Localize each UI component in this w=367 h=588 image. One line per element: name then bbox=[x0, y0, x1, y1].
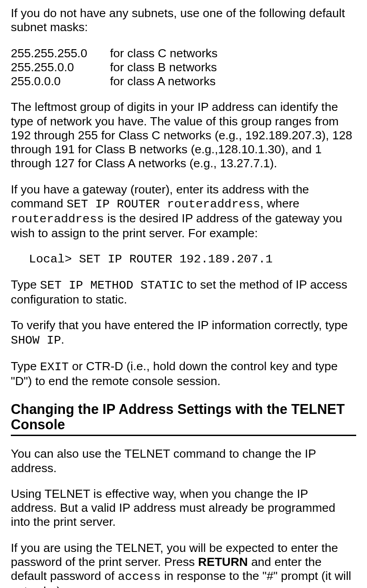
text: Type bbox=[11, 278, 40, 291]
subnet-table: 255.255.255.0 for class C networks 255.2… bbox=[11, 46, 218, 89]
subnet-desc: for class A networks bbox=[110, 74, 218, 88]
subnet-desc: for class C networks bbox=[110, 46, 218, 60]
text: , where bbox=[260, 197, 299, 210]
table-row: 255.0.0.0 for class A networks bbox=[11, 74, 218, 88]
router-example-command: Local> SET IP ROUTER 192.189.207.1 bbox=[29, 253, 356, 266]
text: To verify that you have entered the IP i… bbox=[11, 318, 348, 332]
code: SET IP ROUTER routeraddress bbox=[67, 198, 260, 211]
section-rule bbox=[11, 435, 356, 436]
subnet-desc: for class B networks bbox=[110, 60, 218, 74]
section-heading-telnet: Changing the IP Address Settings with th… bbox=[11, 402, 356, 432]
telnet-paragraph-3: If you are using the TELNET, you will be… bbox=[11, 541, 356, 588]
table-row: 255.255.0.0 for class B networks bbox=[11, 60, 218, 74]
exit-paragraph: Type EXIT or CTR-D (i.e., hold down the … bbox=[11, 359, 356, 389]
intro-paragraph: If you do not have any subnets, use one … bbox=[11, 6, 356, 35]
verify-paragraph: To verify that you have entered the IP i… bbox=[11, 318, 356, 348]
gateway-paragraph: If you have a gateway (router), enter it… bbox=[11, 183, 356, 241]
telnet-paragraph-1: You can also use the TELNET command to c… bbox=[11, 447, 356, 475]
code: SET IP METHOD STATIC bbox=[40, 279, 184, 292]
code: routeraddress bbox=[11, 212, 104, 226]
return-key: RETURN bbox=[198, 555, 248, 569]
static-paragraph: Type SET IP METHOD STATIC to set the met… bbox=[11, 278, 356, 307]
code: access bbox=[118, 570, 161, 583]
table-row: 255.255.255.0 for class C networks bbox=[11, 46, 218, 60]
text: Type bbox=[11, 359, 40, 373]
subnet-mask: 255.255.0.0 bbox=[11, 60, 110, 74]
leftmost-paragraph: The leftmost group of digits in your IP … bbox=[11, 100, 356, 170]
code: SHOW IP bbox=[11, 334, 61, 347]
subnet-mask: 255.0.0.0 bbox=[11, 74, 110, 88]
telnet-paragraph-2: Using TELNET is effective way, when you … bbox=[11, 487, 356, 529]
text: . bbox=[61, 333, 64, 346]
subnet-mask: 255.255.255.0 bbox=[11, 46, 110, 60]
code: EXIT bbox=[40, 360, 69, 374]
